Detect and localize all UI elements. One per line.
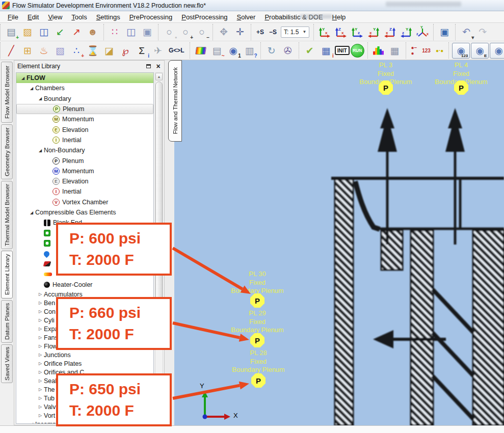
sidebar-tab-element-library[interactable]: Element Library bbox=[1, 251, 13, 299]
user-icon[interactable]: ☻ bbox=[85, 25, 100, 39]
tree-item-accumulators[interactable]: ▷Accumulators bbox=[16, 290, 153, 299]
tree-item-resistance[interactable] bbox=[16, 228, 153, 238]
tree-item-flow[interactable]: ▷Flow bbox=[16, 342, 153, 350]
collapsed-expander-icon[interactable]: ▷ bbox=[37, 361, 44, 366]
check-model-icon[interactable]: ✔ bbox=[302, 43, 317, 58]
view-yx-icon[interactable]: Yx bbox=[317, 25, 332, 39]
element-draw-icon[interactable]: ╱ bbox=[4, 43, 19, 58]
calculator-icon[interactable]: ▦i bbox=[319, 43, 334, 58]
tree-item-non-boundary[interactable]: ◢Non-Boundary bbox=[16, 145, 153, 155]
collapsed-expander-icon[interactable]: ▷ bbox=[37, 413, 44, 418]
collapsed-expander-icon[interactable]: ▷ bbox=[37, 370, 44, 374]
scroll-down-icon[interactable] bbox=[155, 416, 163, 423]
tree-item-con[interactable]: ▷Con bbox=[16, 307, 153, 316]
tree-item-inertial[interactable]: IInertial bbox=[16, 186, 153, 197]
view-zx-icon[interactable]: Zx bbox=[333, 25, 349, 39]
query-form-icon[interactable]: ▥? bbox=[242, 43, 257, 58]
view-network-icon[interactable]: ∷ bbox=[107, 25, 122, 39]
view-yz-icon[interactable]: Yz bbox=[350, 25, 365, 39]
tree-item-expa[interactable]: ▷Expa bbox=[16, 324, 153, 333]
display-settings-icon[interactable]: ▣ bbox=[437, 25, 452, 39]
scale-up-icon[interactable]: +S bbox=[254, 25, 266, 39]
cube-element-icon[interactable]: ▧ bbox=[52, 43, 68, 58]
collapsed-expander-icon[interactable]: ▷ bbox=[37, 378, 44, 383]
zoom-window-icon[interactable]: ○▫ bbox=[162, 25, 177, 39]
expanded-expander-icon[interactable]: ◢ bbox=[28, 210, 35, 215]
open-model-icon[interactable]: ▨ bbox=[20, 25, 35, 39]
snapshot-icon[interactable]: ✇ bbox=[280, 43, 296, 58]
move-icon[interactable]: ✛ bbox=[232, 25, 248, 39]
view-result-icon[interactable]: ◉1 bbox=[226, 43, 241, 58]
sidebar-tab-saved-views[interactable]: Saved Views bbox=[1, 344, 13, 383]
menu-file[interactable]: File bbox=[3, 12, 23, 22]
scroll-thumb[interactable] bbox=[155, 82, 163, 320]
report-icon[interactable]: ▤~ bbox=[209, 43, 225, 58]
collapsed-expander-icon[interactable]: ▷ bbox=[37, 318, 44, 322]
tree-item-plenum[interactable]: PPlenum bbox=[16, 155, 153, 166]
plenum-marker-pl-28[interactable]: P bbox=[251, 373, 266, 388]
model-tree-icon[interactable]: ⊞ bbox=[20, 43, 35, 58]
expanded-expander-icon[interactable]: ◢ bbox=[28, 422, 35, 424]
link-elements-icon[interactable]: ●–● bbox=[409, 43, 419, 58]
expanded-expander-icon[interactable]: ◢ bbox=[37, 96, 44, 101]
zoom-out-icon[interactable]: ○− bbox=[194, 25, 209, 39]
curve-tool-icon[interactable]: ℘ bbox=[118, 43, 133, 58]
collapsed-expander-icon[interactable]: ▷ bbox=[37, 309, 44, 314]
tree-item-valv[interactable]: ▷Valv bbox=[16, 402, 153, 411]
show-elements-button[interactable]: ◉E bbox=[471, 43, 489, 59]
tree-item-incomp[interactable]: ◢Incomp bbox=[16, 420, 153, 424]
thickness-combo[interactable]: T: 1.5▼ bbox=[281, 26, 309, 38]
tree-item-elevation[interactable]: EElevation bbox=[16, 124, 153, 134]
menu-tools[interactable]: Tools bbox=[67, 12, 91, 22]
undo-icon[interactable]: ↶▾ bbox=[459, 25, 474, 39]
scroll-up-icon[interactable] bbox=[155, 73, 163, 80]
float-panel-button[interactable] bbox=[145, 63, 152, 70]
aircraft-icon[interactable]: ✈ bbox=[150, 43, 166, 58]
expanded-expander-icon[interactable]: ◢ bbox=[19, 76, 26, 80]
collapsed-expander-icon[interactable]: ▷ bbox=[37, 396, 44, 400]
scale-down-icon[interactable]: −S bbox=[267, 25, 279, 39]
tree-item-inertial[interactable]: IInertial bbox=[16, 135, 153, 145]
tree-item-cyli[interactable]: ▷Cyli bbox=[16, 316, 153, 324]
chain-nodes-icon[interactable]: ●·● bbox=[434, 43, 445, 58]
pan-icon[interactable]: ✥ bbox=[216, 25, 231, 39]
menu-view[interactable]: View bbox=[43, 12, 67, 22]
menu-solver[interactable]: Solver bbox=[232, 12, 260, 22]
sidebar-tab-datum-planes[interactable]: Datum Planes bbox=[1, 300, 13, 343]
plot-results-icon[interactable] bbox=[371, 43, 386, 58]
tree-item-orifice-plates[interactable]: ▷Orifice Plates bbox=[16, 359, 153, 368]
menu-preprocessing[interactable]: PreProcessing bbox=[125, 12, 177, 22]
sidebar-tab-thermal-model-browser[interactable]: Thermal Model Browser bbox=[1, 181, 13, 249]
view-iso-icon[interactable]: Yzx bbox=[415, 25, 430, 39]
view-zy-icon[interactable]: Yz bbox=[399, 25, 414, 39]
menu-settings[interactable]: Settings bbox=[92, 12, 125, 22]
collapsed-expander-icon[interactable]: ▷ bbox=[37, 327, 44, 331]
tree-item-drop[interactable] bbox=[16, 249, 153, 259]
tree-item-vort[interactable]: ▷Vort bbox=[16, 411, 153, 420]
export-model-icon[interactable]: ↗ bbox=[69, 25, 84, 39]
results-table-icon[interactable]: ▦ bbox=[387, 43, 403, 58]
tree-item-vortex-chamber[interactable]: VVortex Chamber bbox=[16, 197, 153, 207]
plenum-marker-pl-4[interactable]: P bbox=[454, 80, 468, 95]
collapsed-expander-icon[interactable]: ▷ bbox=[37, 292, 44, 296]
import-model-icon[interactable]: ↙ bbox=[52, 25, 68, 39]
model-canvas[interactable]: PL 3FixedBoundary PlenumPPL 4FixedBounda… bbox=[174, 60, 504, 425]
view-xy-icon[interactable]: Yx bbox=[366, 25, 381, 39]
refresh-icon[interactable]: ↻ bbox=[264, 43, 279, 58]
collapsed-expander-icon[interactable]: ▷ bbox=[37, 353, 44, 357]
tree-item-ben[interactable]: ▷Ben bbox=[16, 299, 153, 307]
save-model-icon[interactable]: ◫ bbox=[36, 25, 51, 39]
tree-item-heater-cooler[interactable]: Heater-Cooler bbox=[16, 280, 153, 290]
tree-item-momentum[interactable]: MMomentum bbox=[16, 166, 153, 176]
tree-item-gradientbar[interactable] bbox=[16, 269, 153, 280]
tree-item-seal[interactable]: ▷Seal bbox=[16, 376, 153, 385]
combustion-icon[interactable]: ♨ bbox=[36, 43, 51, 58]
tab-flow-thermal-network[interactable]: Flow and Thermal Network bbox=[168, 60, 182, 142]
view-xz-icon[interactable]: Zx bbox=[382, 25, 397, 39]
folder-cube-icon[interactable]: ◪ bbox=[101, 43, 117, 58]
view-3d-nodes-icon[interactable]: ◫ bbox=[123, 25, 139, 39]
tree-item-momentum[interactable]: MMomentum bbox=[16, 114, 153, 124]
add-elements-icon[interactable]: ∴+ bbox=[69, 43, 84, 58]
expanded-expander-icon[interactable]: ◢ bbox=[37, 148, 44, 153]
new-model-icon[interactable]: ▤+ bbox=[4, 25, 19, 39]
